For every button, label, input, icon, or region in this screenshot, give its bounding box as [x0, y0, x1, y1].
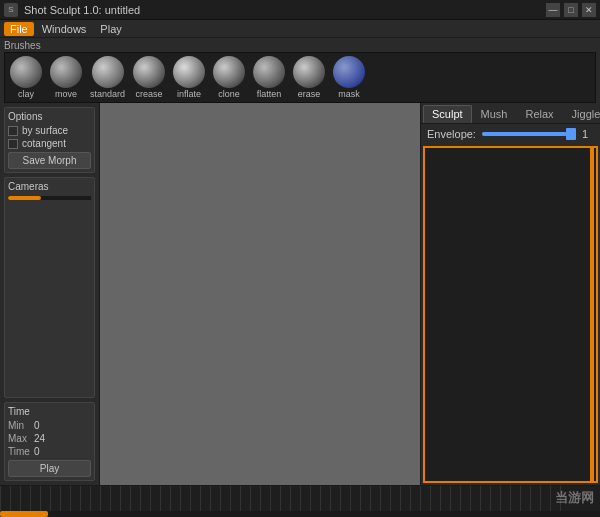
- track-line: [360, 486, 361, 511]
- tab-sculpt[interactable]: Sculpt: [423, 105, 472, 123]
- track-line: [50, 486, 51, 511]
- brush-move[interactable]: move: [47, 55, 85, 100]
- track-line: [370, 486, 371, 511]
- tab-jiggle[interactable]: Jiggle: [563, 105, 600, 123]
- bottom-scrollbar-thumb: [0, 511, 48, 517]
- track-line: [530, 486, 531, 511]
- track-line: [330, 486, 331, 511]
- time-max-row: Max 24: [8, 433, 91, 444]
- envelope-slider[interactable]: [482, 132, 576, 136]
- brush-crease-sphere: [133, 56, 165, 88]
- tab-mush[interactable]: Mush: [472, 105, 517, 123]
- track-line: [240, 486, 241, 511]
- track-lines: [0, 486, 600, 511]
- track-line: [80, 486, 81, 511]
- window-title: Shot Sculpt 1.0: untitled: [24, 4, 140, 16]
- track-line: [510, 486, 511, 511]
- brush-inflate-sphere: [173, 56, 205, 88]
- brush-standard[interactable]: standard: [87, 55, 128, 100]
- bottom-scrollbar[interactable]: [0, 511, 600, 517]
- close-button[interactable]: ✕: [582, 3, 596, 17]
- brush-erase[interactable]: erase: [290, 55, 328, 100]
- track-line: [130, 486, 131, 511]
- brush-crease[interactable]: crease: [130, 55, 168, 100]
- cotangent-label: cotangent: [22, 138, 66, 149]
- track-line: [300, 486, 301, 511]
- time-time-val: 0: [34, 446, 40, 457]
- brush-inflate-label: inflate: [177, 89, 201, 99]
- track-line: [160, 486, 161, 511]
- menu-windows[interactable]: Windows: [36, 22, 93, 36]
- brush-crease-label: crease: [136, 89, 163, 99]
- play-button[interactable]: Play: [8, 460, 91, 477]
- minimize-button[interactable]: —: [546, 3, 560, 17]
- options-group: Options by surface cotangent Save Morph: [4, 107, 95, 173]
- track-line: [320, 486, 321, 511]
- track-line: [140, 486, 141, 511]
- by-surface-row: by surface: [8, 125, 91, 136]
- track-line: [480, 486, 481, 511]
- track-line: [540, 486, 541, 511]
- app-icon-letter: S: [8, 5, 13, 14]
- time-max-val: 24: [34, 433, 45, 444]
- brush-flatten[interactable]: flatten: [250, 55, 288, 100]
- brush-standard-sphere: [92, 56, 124, 88]
- right-tabs: Sculpt Mush Relax Jiggle Cloth: [421, 103, 600, 124]
- menu-file[interactable]: File: [4, 22, 34, 36]
- track-line: [90, 486, 91, 511]
- track-line: [200, 486, 201, 511]
- brush-mask-sphere: [333, 56, 365, 88]
- time-max-key: Max: [8, 433, 30, 444]
- track-line: [520, 486, 521, 511]
- track-line: [190, 486, 191, 511]
- brush-inflate[interactable]: inflate: [170, 55, 208, 100]
- right-edge-line: [590, 148, 594, 481]
- cotangent-checkbox[interactable]: [8, 139, 18, 149]
- titlebar: S Shot Sculpt 1.0: untitled — □ ✕: [0, 0, 600, 20]
- app-icon: S: [4, 3, 18, 17]
- tab-relax[interactable]: Relax: [516, 105, 562, 123]
- track-line: [390, 486, 391, 511]
- cameras-scrollbar[interactable]: [8, 196, 91, 200]
- titlebar-controls: — □ ✕: [546, 3, 596, 17]
- brush-erase-label: erase: [298, 89, 321, 99]
- brush-mask[interactable]: mask: [330, 55, 368, 100]
- track-line: [340, 486, 341, 511]
- time-time-key: Time: [8, 446, 30, 457]
- brush-clone-sphere: [213, 56, 245, 88]
- brush-clay[interactable]: clay: [7, 55, 45, 100]
- brush-flatten-label: flatten: [257, 89, 282, 99]
- cameras-title: Cameras: [8, 181, 91, 192]
- time-time-row: Time 0: [8, 446, 91, 457]
- cameras-group: Cameras: [4, 177, 95, 398]
- watermark: 当游网: [555, 489, 594, 507]
- timeline-track[interactable]: [0, 486, 600, 511]
- options-title: Options: [8, 111, 91, 122]
- menu-play[interactable]: Play: [94, 22, 127, 36]
- maximize-button[interactable]: □: [564, 3, 578, 17]
- track-line: [500, 486, 501, 511]
- brushes-label: Brushes: [4, 40, 596, 51]
- track-line: [120, 486, 121, 511]
- save-morph-button[interactable]: Save Morph: [8, 152, 91, 169]
- track-line: [430, 486, 431, 511]
- by-surface-checkbox[interactable]: [8, 126, 18, 136]
- track-line: [280, 486, 281, 511]
- brush-mask-label: mask: [338, 89, 360, 99]
- bottom-area: [0, 485, 600, 517]
- time-min-val: 0: [34, 420, 40, 431]
- track-line: [40, 486, 41, 511]
- track-line: [110, 486, 111, 511]
- viewport[interactable]: [100, 103, 420, 485]
- track-line: [350, 486, 351, 511]
- track-line: [30, 486, 31, 511]
- brush-clone[interactable]: clone: [210, 55, 248, 100]
- track-line: [170, 486, 171, 511]
- brush-clay-label: clay: [18, 89, 34, 99]
- track-line: [270, 486, 271, 511]
- time-title: Time: [8, 406, 91, 417]
- track-line: [490, 486, 491, 511]
- track-line: [10, 486, 11, 511]
- track-line: [210, 486, 211, 511]
- track-line: [260, 486, 261, 511]
